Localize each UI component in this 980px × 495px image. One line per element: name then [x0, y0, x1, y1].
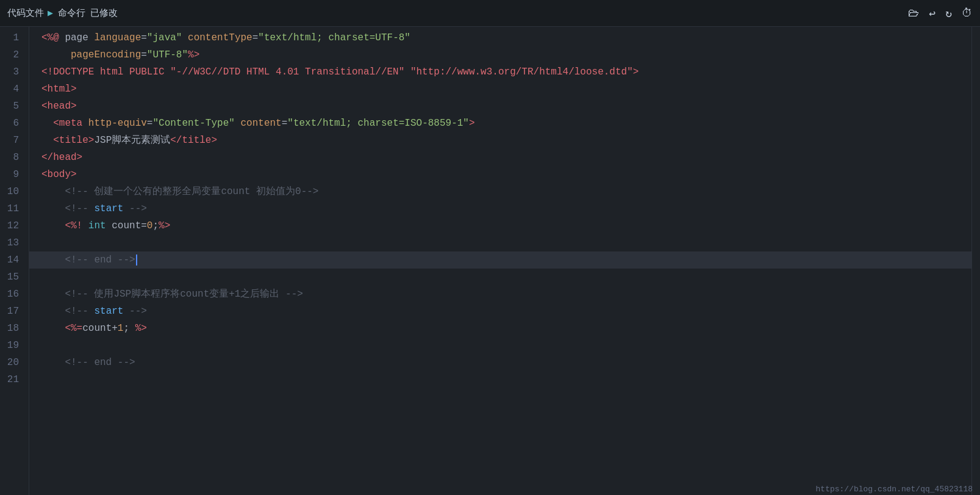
code-token: <!-- end -->: [65, 354, 135, 371]
code-token: "text/html; charset=UTF-8": [258, 29, 410, 46]
table-row: <!DOCTYPE html PUBLIC "-//W3C//DTD HTML …: [29, 63, 971, 81]
line-numbers: 123456789101112131415161718192021: [0, 27, 29, 495]
code-token: <!--: [65, 303, 94, 320]
table-row: <title>JSP脚本元素测试</title>: [29, 132, 971, 149]
code-token: <!DOCTYPE html PUBLIC "-//W3C//DTD HTML …: [41, 63, 638, 81]
code-token: [82, 217, 88, 234]
table-row: <!-- 使用JSP脚本程序将count变量+1之后输出 -->: [29, 286, 971, 303]
code-token: <%=: [65, 320, 82, 337]
code-token: "text/html; charset=ISO-8859-1": [287, 115, 469, 132]
file-menu-item[interactable]: 代码文件 ▶: [7, 7, 53, 19]
text-cursor: [136, 255, 137, 266]
line-number: 7: [5, 132, 19, 149]
line-number: 10: [5, 183, 19, 200]
code-token: ;: [152, 217, 159, 234]
code-token: -->: [123, 200, 146, 217]
table-row: <!-- start -->: [29, 303, 971, 320]
code-token: <!--: [65, 200, 94, 217]
table-row: <body>: [29, 166, 971, 183]
code-token: "java": [147, 29, 182, 46]
history-icon[interactable]: ⏱: [962, 7, 973, 20]
table-row: <%=count+1; %>: [29, 320, 971, 337]
code-token: JSP脚本元素测试: [94, 132, 170, 149]
code-token: start: [94, 303, 123, 320]
command-label: 命令行: [58, 7, 85, 19]
line-number: 19: [5, 337, 19, 354]
modified-menu-item[interactable]: 已修改: [90, 7, 118, 19]
code-token: count=: [106, 217, 147, 234]
line-number: 6: [5, 115, 19, 132]
code-token: =: [141, 46, 147, 63]
line-number: 4: [5, 81, 19, 98]
line-number: 18: [5, 320, 19, 337]
status-url[interactable]: https://blog.csdn.net/qq_45823118: [816, 485, 973, 494]
line-number: 2: [5, 46, 19, 63]
code-token: [41, 354, 65, 371]
table-row: <!-- end -->: [29, 354, 971, 371]
code-token: <%@: [41, 29, 59, 46]
code-token: =: [147, 115, 153, 132]
modified-label: 已修改: [90, 7, 118, 19]
line-number: 15: [5, 269, 19, 286]
line-number: 17: [5, 303, 19, 320]
code-token: pageEncoding: [71, 46, 141, 63]
table-row: [29, 337, 971, 354]
line-number: 12: [5, 217, 19, 234]
code-token: [41, 286, 65, 303]
undo-icon[interactable]: ↩: [929, 7, 935, 20]
code-token: >: [469, 115, 475, 132]
code-token: ;: [123, 320, 135, 337]
code-token: start: [94, 200, 123, 217]
line-number: 1: [5, 29, 19, 46]
code-token: content: [240, 115, 281, 132]
code-token: [41, 303, 65, 320]
table-row: [29, 371, 971, 388]
code-token: 0: [147, 217, 153, 234]
editor-container: 123456789101112131415161718192021 <%@ pa…: [0, 27, 980, 495]
line-number: 3: [5, 63, 19, 81]
status-bar: https://blog.csdn.net/qq_45823118: [809, 483, 980, 495]
table-row: <!-- start -->: [29, 200, 971, 217]
table-row: <%@ page language="java" contentType="te…: [29, 29, 971, 46]
code-token: <%!: [65, 217, 82, 234]
code-token: <!-- 创建一个公有的整形全局变量count 初始值为0-->: [65, 183, 318, 200]
code-token: [41, 46, 71, 63]
table-row: <html>: [29, 81, 971, 98]
code-token: <!-- end -->: [65, 251, 135, 269]
code-token: [41, 183, 65, 200]
line-number: 5: [5, 98, 19, 115]
line-number: 13: [5, 234, 19, 251]
redo-icon[interactable]: ↻: [945, 7, 952, 20]
line-number: 20: [5, 354, 19, 371]
toolbar: 代码文件 ▶ 命令行 已修改 🗁 ↩ ↻ ⏱: [0, 0, 980, 27]
line-number: 9: [5, 166, 19, 183]
file-icon[interactable]: 🗁: [908, 7, 919, 20]
code-token: contentType: [188, 29, 252, 46]
code-token: [235, 115, 241, 132]
scrollbar[interactable]: [971, 27, 980, 495]
table-row: pageEncoding="UTF-8"%>: [29, 46, 971, 63]
line-number: 8: [5, 149, 19, 166]
code-token: language: [94, 29, 141, 46]
code-token: %>: [135, 320, 147, 337]
code-token: [182, 29, 188, 46]
table-row: </head>: [29, 149, 971, 166]
code-token: <!-- 使用JSP脚本程序将count变量+1之后输出 -->: [65, 286, 302, 303]
code-token: <body>: [41, 166, 77, 183]
code-token: int: [88, 217, 106, 234]
command-menu-item[interactable]: 命令行: [58, 7, 85, 19]
toolbar-right: 🗁 ↩ ↻ ⏱: [908, 7, 973, 20]
code-token: <meta: [41, 115, 88, 132]
code-area[interactable]: <%@ page language="java" contentType="te…: [29, 27, 971, 495]
play-icon[interactable]: ▶: [48, 7, 53, 19]
code-token: 1: [118, 320, 124, 337]
code-token: count+: [82, 320, 118, 337]
code-token: =: [252, 29, 259, 46]
code-token: "UTF-8": [147, 46, 188, 63]
line-number: 14: [5, 251, 19, 269]
table-row: <head>: [29, 98, 971, 115]
code-token: =: [282, 115, 288, 132]
table-row: <%! int count=0;%>: [29, 217, 971, 234]
code-token: [41, 217, 65, 234]
code-token: page: [59, 29, 95, 46]
